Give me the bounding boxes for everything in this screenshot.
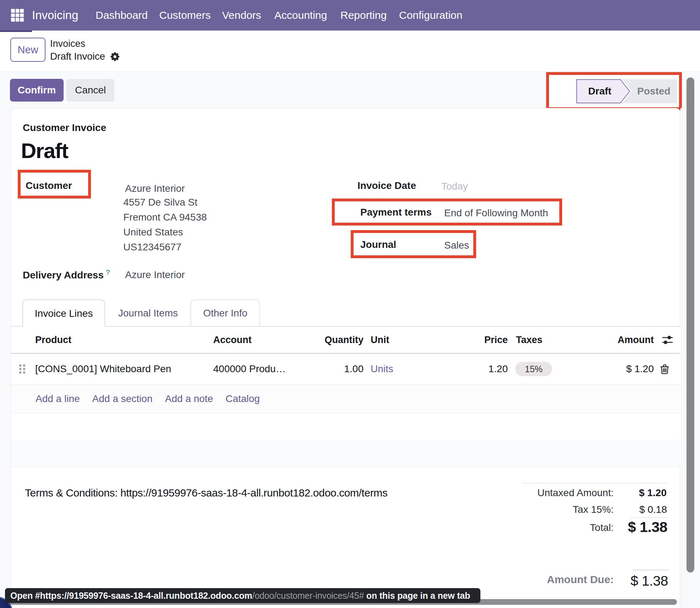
empty-row [11, 413, 680, 440]
address-line: 4557 De Silva St [123, 195, 207, 210]
delivery-address-label-text: Delivery Address [23, 270, 104, 281]
add-line-link[interactable]: Add a line [36, 393, 80, 405]
tooltip-url-bold: Open #https://91959976-saas-18-4-all.run… [10, 591, 252, 601]
col-unit[interactable]: Unit [371, 327, 389, 353]
annotation-customer: Customer [18, 170, 91, 199]
tax-value: $ 0.18 [596, 504, 667, 515]
cell-price[interactable]: 1.20 [458, 354, 508, 384]
table-footer-links: Add a line Add a section Add a note Cata… [11, 385, 680, 413]
tab-invoice-lines[interactable]: Invoice Lines [22, 299, 105, 327]
col-account[interactable]: Account [213, 327, 252, 353]
nav-item-dashboard[interactable]: Dashboard [96, 0, 148, 31]
drag-handle-icon[interactable] [19, 354, 26, 384]
terms-and-conditions[interactable]: Terms & Conditions: https://91959976-saa… [25, 487, 388, 499]
status-draft[interactable]: Draft [576, 79, 630, 103]
total-value: $ 1.38 [596, 519, 667, 536]
status-draft-label: Draft [579, 79, 620, 103]
address-line: Fremont CA 94538 [123, 210, 207, 225]
cancel-button[interactable]: Cancel [66, 79, 114, 102]
nav-item-accounting[interactable]: Accounting [274, 0, 327, 31]
tooltip-url-path: /odoo/customer-invoices/45# [252, 591, 364, 601]
nav-item-configuration[interactable]: Configuration [399, 0, 462, 31]
col-quantity[interactable]: Quantity [292, 327, 364, 353]
add-section-link[interactable]: Add a section [92, 393, 153, 405]
amount-due-separator [632, 570, 669, 570]
new-button[interactable]: New [10, 38, 45, 62]
breadcrumb-parent[interactable]: Invoices [50, 38, 85, 49]
payment-terms-value[interactable]: End of Following Month [444, 207, 548, 219]
table-header: Product Account Quantity Unit Price Taxe… [11, 327, 680, 354]
totals-top-separator [522, 483, 667, 483]
cell-amount: $ 1.20 [583, 354, 654, 384]
nav-item-vendors[interactable]: Vendors [222, 0, 261, 31]
col-price[interactable]: Price [458, 327, 508, 353]
empty-row-striped [11, 440, 680, 467]
tax-badge[interactable]: 15% [515, 362, 552, 376]
help-icon[interactable]: ? [106, 268, 110, 276]
breadcrumb-current-label: Draft Invoice [50, 51, 105, 62]
cell-unit[interactable]: Units [371, 354, 393, 384]
delete-row-icon[interactable] [660, 354, 669, 384]
total-separator [630, 517, 668, 518]
tab-journal-items[interactable]: Journal Items [109, 299, 187, 327]
invoice-date-label: Invoice Date [357, 180, 416, 191]
customer-address: 4557 De Silva St Fremont CA 94538 United… [123, 195, 207, 255]
payment-terms-label: Payment terms [360, 207, 432, 218]
delivery-address-value[interactable]: Azure Interior [125, 269, 185, 281]
cell-account[interactable]: 400000 Produ… [213, 354, 286, 384]
annotation-journal: Journal Sales [351, 230, 476, 258]
invoice-date-placeholder[interactable]: Today [441, 181, 468, 192]
cell-quantity[interactable]: 1.00 [292, 354, 364, 384]
annotation-payment-terms: Payment terms End of Following Month [332, 199, 562, 226]
cell-taxes[interactable]: 15% [515, 354, 552, 384]
col-product[interactable]: Product [35, 327, 71, 353]
tab-other-info[interactable]: Other Info [190, 299, 260, 326]
vertical-scrollbar[interactable] [686, 77, 694, 572]
breadcrumb-current: Draft Invoice [50, 51, 120, 62]
tooltip-suffix: on this page in a new tab [364, 591, 470, 601]
cell-product[interactable]: [CONS_0001] Whiteboard Pen [35, 354, 171, 384]
address-line: US12345677 [123, 240, 207, 255]
journal-value[interactable]: Sales [444, 240, 469, 251]
customer-label: Customer [26, 180, 72, 191]
top-navbar: Invoicing Dashboard Customers Vendors Ac… [0, 0, 700, 31]
gear-icon[interactable] [110, 52, 120, 61]
catalog-link[interactable]: Catalog [226, 393, 260, 405]
nav-item-customers[interactable]: Customers [159, 0, 211, 31]
journal-label: Journal [360, 239, 396, 250]
invoice-line-row[interactable]: [CONS_0001] Whiteboard Pen 400000 Produ…… [11, 354, 680, 385]
status-url-tooltip: Open #https://91959976-saas-18-4-all.run… [5, 588, 480, 603]
confirm-button[interactable]: Confirm [10, 79, 64, 102]
add-note-link[interactable]: Add a note [165, 393, 213, 405]
delivery-address-label: Delivery Address? [23, 268, 110, 281]
document-type-label: Customer Invoice [23, 122, 106, 134]
statusbar: Posted Draft [576, 79, 677, 103]
address-line: United States [123, 225, 207, 240]
customer-value[interactable]: Azure Interior [125, 183, 185, 194]
optional-columns-icon[interactable] [662, 327, 673, 353]
apps-grid-icon[interactable] [11, 9, 24, 22]
app-title[interactable]: Invoicing [32, 9, 78, 22]
document-state-title: Draft [21, 139, 68, 163]
col-amount[interactable]: Amount [583, 327, 654, 353]
amount-due-value: $ 1.38 [604, 573, 668, 589]
untaxed-amount-value: $ 1.20 [596, 487, 667, 499]
nav-item-reporting[interactable]: Reporting [340, 0, 387, 31]
col-taxes[interactable]: Taxes [516, 327, 543, 353]
